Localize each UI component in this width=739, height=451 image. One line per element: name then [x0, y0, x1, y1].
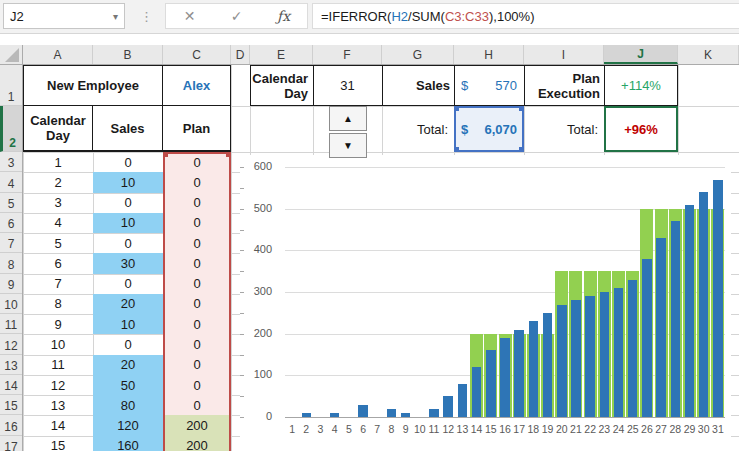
range-handle[interactable] [454, 147, 459, 152]
row-header-4[interactable]: 4 [0, 172, 22, 192]
name-box-dropdown-icon[interactable]: ▾ [113, 11, 118, 22]
row-header-9[interactable]: 9 [0, 274, 22, 294]
row-header-12[interactable]: 12 [0, 334, 22, 354]
cell-sales-day-6[interactable]: 30 [93, 253, 163, 273]
cell-day-3[interactable]: 3 [23, 193, 93, 213]
cell-calendar-day-value[interactable]: 31 [314, 66, 381, 105]
cell-selected-plan-execution-total[interactable]: +96% [604, 106, 678, 152]
cell-header-day[interactable]: Calendar Day [23, 105, 93, 152]
enter-icon[interactable]: ✓ [220, 8, 254, 24]
row-header-16[interactable]: 16 [0, 415, 22, 435]
formula-bar-more-icon[interactable]: ⋮ [140, 3, 153, 29]
cell-plan-day-7[interactable]: 0 [163, 274, 231, 294]
cell-sales-day-10[interactable]: 0 [93, 334, 163, 354]
spin-up-button[interactable]: ▲ [329, 106, 367, 131]
row-header-14[interactable]: 14 [0, 375, 22, 395]
cell-day-11[interactable]: 11 [23, 355, 93, 375]
cell-plan-day-10[interactable]: 0 [163, 334, 231, 354]
cell-sales-day-13[interactable]: 80 [93, 395, 163, 415]
row-header-15[interactable]: 15 [0, 395, 22, 415]
cell-plan-total-label[interactable]: Total: [524, 106, 602, 152]
row-header-5[interactable]: 5 [0, 193, 22, 213]
spin-down-button[interactable]: ▼ [329, 133, 367, 158]
cell-day-12[interactable]: 12 [23, 375, 93, 395]
name-box[interactable]: J2 ▾ [3, 3, 125, 29]
cell-sales-total[interactable]: $ 6,070 [454, 106, 524, 152]
cell-plan-day-11[interactable]: 0 [163, 355, 231, 375]
row-header-11[interactable]: 11 [0, 314, 22, 334]
column-header-G[interactable]: G [382, 45, 454, 64]
sales-plan-chart[interactable]: 0100200300400500600123456789101112131415… [240, 155, 731, 451]
column-header-K[interactable]: K [678, 45, 739, 64]
cell-calendar-day-label[interactable]: Calendar Day [251, 66, 311, 105]
cell-sales-day-15[interactable]: 160 [93, 436, 163, 451]
cell-day-10[interactable]: 10 [23, 334, 93, 354]
column-header-D[interactable]: D [231, 45, 250, 64]
column-header-B[interactable]: B [93, 45, 163, 64]
cell-plan-day-2[interactable]: 0 [163, 172, 231, 192]
cell-sales-day-3[interactable]: 0 [93, 193, 163, 213]
column-header-H[interactable]: H [454, 45, 524, 64]
range-handle[interactable] [454, 106, 459, 111]
cell-sales-day-5[interactable]: 0 [93, 233, 163, 253]
cell-plan-day-5[interactable]: 0 [163, 233, 231, 253]
row-header-2[interactable]: 2 [0, 106, 22, 152]
cell-day-14[interactable]: 14 [23, 415, 93, 435]
formula-input[interactable]: =IFERROR(H2/SUM(C3:C33),100%) [312, 3, 739, 29]
column-header-C[interactable]: C [163, 45, 231, 64]
row-header-8[interactable]: 8 [0, 253, 22, 273]
cell-plan-day-4[interactable]: 0 [163, 213, 231, 233]
cell-plan-day-8[interactable]: 0 [163, 294, 231, 314]
cell-day-4[interactable]: 4 [23, 213, 93, 233]
row-header-7[interactable]: 7 [0, 233, 22, 253]
cell-sales-day-2[interactable]: 10 [93, 172, 163, 192]
cell-day-6[interactable]: 6 [23, 253, 93, 273]
cell-day-7[interactable]: 7 [23, 274, 93, 294]
cell-day-8[interactable]: 8 [23, 294, 93, 314]
row-header-13[interactable]: 13 [0, 355, 22, 375]
column-header-I[interactable]: I [524, 45, 604, 64]
cell-day-13[interactable]: 13 [23, 395, 93, 415]
cell-plan-day-13[interactable]: 0 [163, 395, 231, 415]
cell-sales-day-8[interactable]: 20 [93, 294, 163, 314]
cell-sales-label[interactable]: Sales [383, 66, 453, 105]
cell-plan-day-6[interactable]: 0 [163, 253, 231, 273]
column-header-F[interactable]: F [313, 45, 382, 64]
cell-sales-day-1[interactable]: 0 [93, 152, 163, 172]
column-header-E[interactable]: E [250, 45, 313, 64]
cell-plan-day-15[interactable]: 200 [163, 436, 231, 451]
cell-day-15[interactable]: 15 [23, 436, 93, 451]
cell-sales-total-label[interactable]: Total: [382, 106, 452, 152]
select-all-corner[interactable] [0, 45, 23, 64]
cell-day-5[interactable]: 5 [23, 233, 93, 253]
row-header-17[interactable]: 17 [0, 436, 22, 451]
cell-sales-day-11[interactable]: 20 [93, 355, 163, 375]
column-header-J[interactable]: J [604, 45, 678, 64]
column-header-A[interactable]: A [23, 45, 93, 64]
cell-day-2[interactable]: 2 [23, 172, 93, 192]
row-header-3[interactable]: 3 [0, 152, 22, 172]
cell-plan-day-3[interactable]: 0 [163, 193, 231, 213]
cell-sales-day-4[interactable]: 10 [93, 213, 163, 233]
cell-header-plan[interactable]: Plan [162, 105, 231, 152]
insert-function-icon[interactable]: ƒx [267, 8, 301, 24]
cell-table-title[interactable]: New Employee [23, 65, 163, 106]
cell-plan-day-14[interactable]: 200 [163, 415, 231, 435]
cell-sales-day-7[interactable]: 0 [93, 274, 163, 294]
cell-day-1[interactable]: 1 [23, 152, 93, 172]
cell-sales-day-9[interactable]: 10 [93, 314, 163, 334]
cell-plan-execution-label[interactable]: Plan Execution [525, 66, 603, 105]
cell-sales-day-12[interactable]: 50 [93, 375, 163, 395]
cell-plan-day-9[interactable]: 0 [163, 314, 231, 334]
row-header-6[interactable]: 6 [0, 213, 22, 233]
cell-sales-today[interactable]: $ 570 [455, 66, 523, 105]
row-header-1[interactable]: 1 [0, 65, 22, 106]
cancel-icon[interactable]: ✕ [173, 8, 207, 24]
cell-sales-day-14[interactable]: 120 [93, 415, 163, 435]
cell-plan-day-1[interactable]: 0 [163, 152, 231, 172]
cell-employee-name[interactable]: Alex [162, 65, 231, 106]
cell-header-sales[interactable]: Sales [92, 105, 163, 152]
cell-plan-execution-today[interactable]: +114% [605, 66, 677, 105]
row-header-10[interactable]: 10 [0, 294, 22, 314]
cell-plan-day-12[interactable]: 0 [163, 375, 231, 395]
